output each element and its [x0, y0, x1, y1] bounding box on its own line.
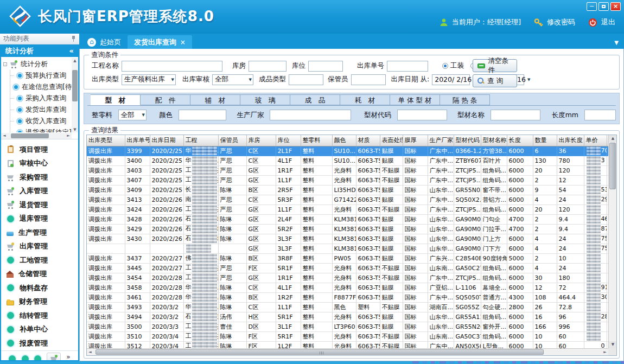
module-dot-icon[interactable]	[9, 355, 16, 362]
expander-icon[interactable]: -	[3, 62, 7, 66]
material-tab[interactable]: 成 品	[290, 94, 340, 105]
column-header[interactable]: 保管员	[218, 135, 246, 146]
tree-item[interactable]: 收货入库查询	[10, 116, 72, 127]
column-header[interactable]: 膜厚	[403, 135, 428, 146]
material-tab[interactable]: 型 材	[91, 94, 141, 105]
column-header[interactable]: 长度	[507, 135, 533, 146]
table-row[interactable]: 调拨出库 3458 2020/2/28 华原... 陈琳 C区 4L1F 整料 …	[87, 283, 617, 292]
table-row[interactable]: 调拨出库 3428 2020/2/26 石城 陈琳 G区 2L4F 整料 KLM…	[87, 214, 617, 224]
table-row[interactable]: 调拨出库 3413 2020/2/26 南... 严思 C区 5R3F 整料 G…	[87, 195, 617, 205]
table-row[interactable]: 调拨出库 3403 2020/2/25 工共工程 严思 G区 1R1F 整料 光…	[87, 165, 617, 175]
column-header[interactable]: 型材代码	[454, 135, 481, 146]
tab-list-dropdown-icon[interactable]: ▼	[614, 40, 619, 46]
table-row[interactable]: 调拨出库 3500 2020/3/3 工共工程 曹佳 D区 3L1F 整料 LT…	[87, 322, 617, 331]
table-vertical-scrollbar[interactable]: ▲ ▼	[608, 135, 616, 348]
tree-item[interactable]: 发货出库查询	[10, 104, 72, 116]
sidebar-module[interactable]: 入库管理	[1, 184, 78, 199]
scroll-left-icon[interactable]: ◄	[1, 133, 8, 139]
column-header[interactable]: 型材名称	[481, 135, 507, 146]
scroll-down-icon[interactable]: ▼	[72, 127, 78, 132]
tab-shipping-outbound-query[interactable]: 发货出库查询 ×	[128, 35, 192, 49]
table-row[interactable]: G区 3L3F 整料 KLM3817 6063-T5 贴膜 国标 山东华... …	[87, 244, 617, 253]
column-header[interactable]: 库房	[246, 135, 276, 146]
sidebar-module[interactable]: 项目管理	[1, 143, 78, 157]
table-row[interactable]: 调拨出库 3400 2020/2/25 华原... 严思 C区 4L1F 整料 …	[87, 156, 617, 165]
table-row[interactable]: 调拨出库 3430 2020/2/26 石城 陈琳 G区 3L3F 整料 KLM…	[87, 234, 617, 244]
scroll-right-icon[interactable]: ►	[65, 133, 72, 139]
tree-item[interactable]: 在途信息查询[待	[10, 81, 72, 93]
scroll-thumb[interactable]	[72, 70, 78, 101]
sidebar-module[interactable]: 审核中心	[1, 157, 78, 171]
sidebar-module[interactable]: 采购管理	[1, 170, 78, 184]
table-row[interactable]: 调拨出库 3429 2020/2/26 石城 陈琳 G区 5R2F 整料 KLM…	[87, 224, 617, 234]
scroll-up-icon[interactable]: ▲	[72, 58, 78, 63]
material-tab[interactable]: 隔 热 条	[440, 94, 490, 105]
date-from-select[interactable]: 2020/ 2/16 ▼	[432, 74, 470, 85]
scroll-down-icon[interactable]: ▼	[609, 341, 617, 348]
sidebar-module[interactable]: 退货管理	[1, 198, 78, 212]
sidebar-module[interactable]: 退库管理	[1, 212, 78, 226]
module-dot-icon[interactable]	[34, 355, 41, 362]
maximize-button[interactable]	[598, 2, 609, 11]
scroll-right-icon[interactable]: ►	[602, 349, 608, 356]
table-row[interactable]: 调拨出库 3510 2020/3/4 工共工程 陈琳 F区 5R1F 整料 光身…	[87, 331, 617, 341]
length-input[interactable]	[584, 110, 616, 120]
table-row[interactable]: 调拨出库 3454 2020/2/28 工共工程 严思 G区 1R1F 整料 光…	[87, 273, 617, 283]
column-header[interactable]: 出库单号	[125, 135, 150, 146]
tree-item[interactable]: 退货查询[待定]	[10, 127, 72, 132]
tree-root-node[interactable]: - 统计分析	[3, 58, 72, 70]
collapse-icon[interactable]: «	[69, 47, 74, 55]
sidebar-module[interactable]: 补单中心	[1, 323, 78, 337]
material-tab[interactable]: 耗 材	[340, 94, 390, 105]
scroll-thumb[interactable]	[11, 133, 49, 138]
tab-home[interactable]: ⌂ 起始页	[81, 35, 128, 49]
column-header[interactable]: 整零料	[301, 135, 332, 146]
search-button[interactable]: 查 询	[473, 74, 517, 87]
color-input[interactable]	[179, 110, 226, 120]
tree-horizontal-scrollbar[interactable]: ◄ ►	[1, 133, 72, 139]
scroll-thumb[interactable]	[609, 143, 616, 189]
column-header[interactable]: 出库类型	[87, 135, 125, 146]
material-tab[interactable]: 玻 璃	[240, 94, 290, 105]
table-row[interactable]: 调拨出库 3445 2020/2/27 工共工程 严思 F区 5R1F 整料 光…	[87, 263, 617, 273]
manufacturer-input[interactable]	[270, 110, 351, 120]
column-header[interactable]: 单价	[584, 135, 607, 146]
table-horizontal-scrollbar[interactable]: ◄ ►	[87, 348, 608, 355]
more-modules-button[interactable]: »▼	[66, 354, 70, 362]
minimize-button[interactable]: −	[587, 2, 597, 11]
material-tab[interactable]: 辅 材	[190, 94, 240, 105]
outbound-type-select[interactable]: 生产领料出库 ▼	[122, 74, 176, 85]
sidebar-module[interactable]: 生产管理	[1, 226, 78, 240]
scroll-left-icon[interactable]: ◄	[87, 349, 93, 356]
clear-conditions-button[interactable]: 清空条件	[473, 59, 517, 72]
pin-icon[interactable]	[71, 36, 76, 42]
scroll-thumb[interactable]	[95, 349, 544, 355]
table-row[interactable]: 调拨出库 3399 2020/2/25 华原... 严思 C区 2L1F 整料 …	[87, 146, 617, 156]
column-header[interactable]: 生产厂家	[428, 135, 454, 146]
profile-code-input[interactable]	[397, 110, 447, 120]
table-row[interactable]: 调拨出库 3493 2020/3/2 华原... 陈琳 C区 1L1F 整料 黑…	[87, 302, 617, 312]
sidebar-module[interactable]: 报废管理	[1, 336, 78, 350]
sidebar-module[interactable]: 工地管理	[1, 253, 78, 267]
table-row[interactable]: 调拨出库 3461 2020/2/28 华原... 陈琳 B区 1R2F 整料 …	[87, 292, 617, 302]
sidebar-module[interactable]: 财务管理	[1, 295, 78, 309]
radio-workwear[interactable]: 工装	[442, 61, 464, 71]
tree-vertical-scrollbar[interactable]: ▲ ▼	[72, 58, 78, 132]
product-type-input[interactable]	[289, 74, 323, 85]
column-header[interactable]: 材质	[356, 135, 380, 146]
material-tab[interactable]: 配 件	[141, 94, 190, 105]
location-input[interactable]	[308, 61, 343, 72]
column-header[interactable]: 库位	[276, 135, 301, 146]
sidebar-module[interactable]: 物料盘存	[1, 281, 78, 295]
column-header[interactable]: 工程	[183, 135, 218, 146]
sidebar-module[interactable]: 仓储管理	[1, 267, 78, 282]
change-password-link[interactable]: 修改密码	[547, 17, 575, 27]
sidebar-module[interactable]: 出库管理	[1, 240, 78, 254]
stats-section-header[interactable]: 统计分析 «	[1, 44, 78, 57]
table-row[interactable]: 调拨出库 3407 2020/2/25 工共工程 严思 G区 1L1F 整料 光…	[87, 175, 617, 185]
module-dot-icon[interactable]	[22, 355, 29, 362]
profile-name-input[interactable]	[491, 110, 540, 120]
close-button[interactable]: ×	[610, 2, 621, 11]
scroll-up-icon[interactable]: ▲	[609, 135, 617, 142]
tree-item[interactable]: 预算执行查询	[10, 70, 72, 81]
